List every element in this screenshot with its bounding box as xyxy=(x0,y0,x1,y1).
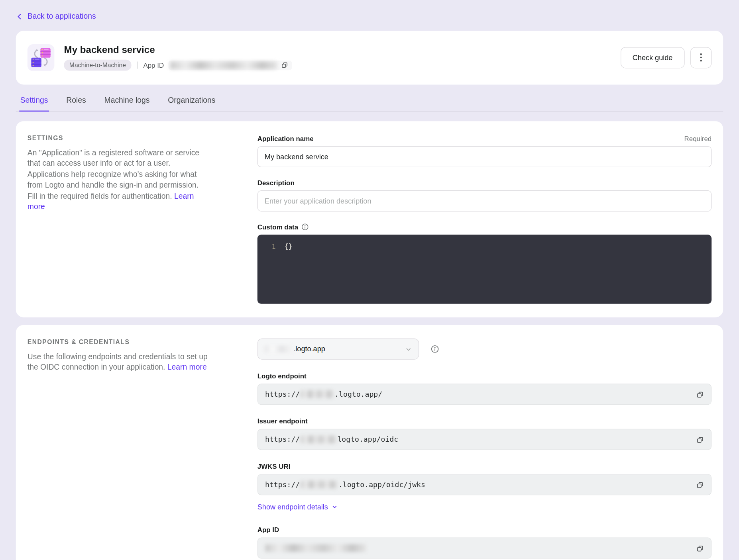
description-label-row: Description xyxy=(257,178,711,186)
code-content: {} xyxy=(284,242,292,251)
logto-endpoint-suffix: .logto.app/ xyxy=(334,390,382,398)
application-meta-row: Machine-to-Machine App ID xyxy=(64,60,292,71)
settings-form: Application name Required Description Cu… xyxy=(257,134,711,303)
jwks-uri-prefix: https:// xyxy=(265,480,300,489)
chevron-down-icon xyxy=(405,345,412,353)
tab-settings[interactable]: Settings xyxy=(19,92,49,111)
application-name-input[interactable] xyxy=(257,146,711,167)
jwks-uri-field: https:// .logto.app/oidc/jwks xyxy=(257,474,711,495)
app-id-group: App ID xyxy=(257,526,711,558)
info-icon[interactable] xyxy=(301,223,309,230)
redacted-tenant-id xyxy=(301,390,334,398)
code-line: 1 {} xyxy=(257,242,711,251)
copy-button[interactable] xyxy=(692,477,708,493)
settings-card: SETTINGS An "Application" is a registere… xyxy=(16,121,723,317)
custom-data-label: Custom data xyxy=(257,223,309,230)
logto-endpoint-field: https:// .logto.app/ xyxy=(257,384,711,405)
application-summary: My backend service Machine-to-Machine Ap… xyxy=(64,44,292,70)
issuer-endpoint-label-row: Issuer endpoint xyxy=(257,417,711,425)
description-group: Description xyxy=(257,178,711,211)
show-endpoint-details-label: Show endpoint details xyxy=(257,503,328,511)
endpoints-intro: ENDPOINTS & CREDENTIALS Use the followin… xyxy=(28,338,210,560)
kebab-dot xyxy=(700,57,702,58)
tab-machine-logs[interactable]: Machine logs xyxy=(103,92,151,111)
show-endpoint-details-link[interactable]: Show endpoint details xyxy=(257,503,338,511)
copy-icon[interactable] xyxy=(281,61,288,69)
jwks-uri-label-row: JWKS URI xyxy=(257,462,711,470)
tab-roles[interactable]: Roles xyxy=(65,92,87,111)
endpoints-description: Use the following endpoints and credenti… xyxy=(28,351,210,373)
jwks-uri-suffix: .logto.app/oidc/jwks xyxy=(338,480,425,489)
endpoints-card: ENDPOINTS & CREDENTIALS Use the followin… xyxy=(16,325,723,560)
custom-domain-select[interactable]: .logto.app xyxy=(257,338,419,359)
endpoints-form: .logto.app Logto endpoint https:// .logt… xyxy=(257,338,711,560)
meta-divider xyxy=(137,61,138,69)
redacted-tenant-id xyxy=(301,435,336,443)
copy-button[interactable] xyxy=(692,386,708,403)
app-id-field-label: App ID xyxy=(257,526,279,533)
redacted-tenant-id xyxy=(301,480,338,488)
settings-heading: SETTINGS xyxy=(28,134,210,141)
logto-endpoint-label-row: Logto endpoint xyxy=(257,372,711,380)
back-link-label: Back to applications xyxy=(28,12,96,21)
jwks-uri-group: JWKS URI https:// .logto.app/oidc/jwks xyxy=(257,462,711,495)
issuer-endpoint-suffix: logto.app/oidc xyxy=(337,435,398,444)
app-id-label-row: App ID xyxy=(257,526,711,533)
endpoints-heading: ENDPOINTS & CREDENTIALS xyxy=(28,338,210,345)
logto-endpoint-prefix: https:// xyxy=(265,390,300,398)
tab-organizations[interactable]: Organizations xyxy=(167,92,216,111)
application-name-label-row: Application name Required xyxy=(257,134,711,142)
line-number: 1 xyxy=(257,242,276,251)
chevron-left-icon xyxy=(16,13,23,20)
description-input[interactable] xyxy=(257,190,711,211)
description-label: Description xyxy=(257,178,295,186)
issuer-endpoint-field: https:// logto.app/oidc xyxy=(257,429,711,450)
kebab-dot xyxy=(700,53,702,55)
domain-row: .logto.app xyxy=(257,338,711,359)
chevron-down-icon xyxy=(331,503,338,510)
endpoints-learn-more-link[interactable]: Learn more xyxy=(167,363,207,371)
copy-button[interactable] xyxy=(692,540,708,556)
issuer-endpoint-group: Issuer endpoint https:// logto.app/oidc xyxy=(257,417,711,450)
application-name-group: Application name Required xyxy=(257,134,711,167)
logto-endpoint-group: Logto endpoint https:// .logto.app/ xyxy=(257,372,711,405)
application-type-badge: Machine-to-Machine xyxy=(64,60,132,71)
header-actions: Check guide xyxy=(621,47,712,68)
custom-data-code-editor[interactable]: 1 {} xyxy=(257,234,711,303)
application-header-card: My backend service Machine-to-Machine Ap… xyxy=(16,31,723,84)
redacted-app-id-value xyxy=(265,544,366,552)
kebab-dot xyxy=(700,60,702,61)
app-id-value-pill xyxy=(168,60,292,70)
issuer-endpoint-prefix: https:// xyxy=(265,435,300,444)
required-tag: Required xyxy=(684,134,712,142)
info-icon[interactable] xyxy=(430,345,439,353)
issuer-endpoint-label: Issuer endpoint xyxy=(257,417,308,425)
custom-data-label-row: Custom data xyxy=(257,223,711,230)
tab-bar: Settings Roles Machine logs Organization… xyxy=(16,92,723,111)
custom-data-group: Custom data 1 {} xyxy=(257,223,711,303)
more-actions-button[interactable] xyxy=(690,47,711,68)
check-guide-button[interactable]: Check guide xyxy=(621,47,685,68)
page: Back to applications xyxy=(0,0,739,560)
settings-description-text: An "Application" is a registered softwar… xyxy=(28,148,199,200)
redacted-app-id-value xyxy=(170,61,277,69)
settings-intro: SETTINGS An "Application" is a registere… xyxy=(28,134,210,303)
app-id-label: App ID xyxy=(143,61,164,69)
application-name-label: Application name xyxy=(257,134,314,142)
application-title: My backend service xyxy=(64,44,292,55)
logto-endpoint-label: Logto endpoint xyxy=(257,372,307,380)
copy-button[interactable] xyxy=(692,431,708,448)
app-id-field xyxy=(257,537,711,558)
jwks-uri-label: JWKS URI xyxy=(257,462,291,470)
back-to-applications-link[interactable]: Back to applications xyxy=(16,0,96,21)
settings-description: An "Application" is a registered softwar… xyxy=(28,147,210,212)
machine-to-machine-app-icon xyxy=(28,44,55,71)
custom-data-label-text: Custom data xyxy=(257,223,298,230)
domain-suffix: .logto.app xyxy=(293,345,325,353)
redacted-tenant-id xyxy=(265,345,293,352)
